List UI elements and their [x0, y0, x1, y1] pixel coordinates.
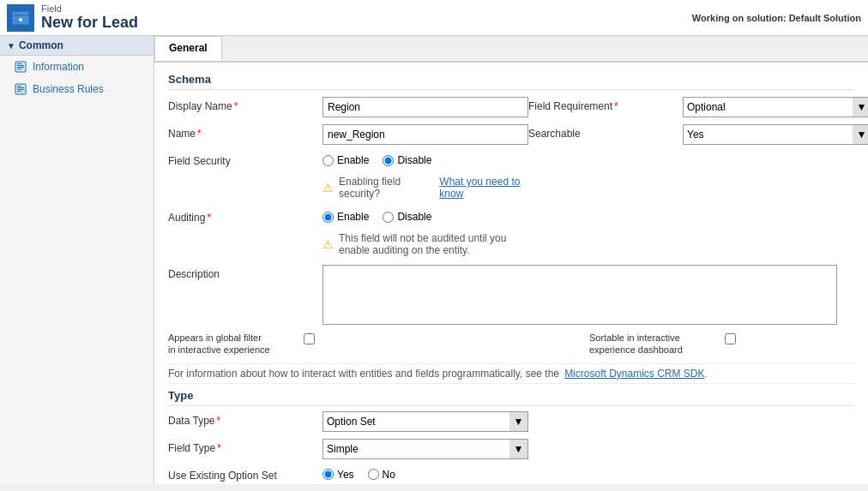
sortable-checkbox[interactable] [725, 333, 736, 344]
field-type-field: Simple Calculated Rollup ▼ [322, 439, 854, 459]
sortable-row: Sortable in interactiveexperience dashbo… [589, 332, 736, 356]
field-security-enable-label: Enable [337, 154, 369, 166]
name-row: Name* [168, 124, 528, 145]
schema-left-col: Display Name* Name* [168, 97, 528, 265]
auditing-warning-text: This field will not be audited until you… [339, 232, 528, 256]
searchable-field: Yes No ▼ [683, 124, 868, 145]
auditing-warning: ⚠ This field will not be audited until y… [322, 231, 528, 258]
svg-rect-5 [17, 63, 21, 64]
field-icon [7, 4, 34, 32]
svg-rect-8 [17, 69, 21, 69]
use-existing-row: Use Existing Option Set Yes No [168, 466, 854, 482]
sortable-label: Sortable in interactiveexperience dashbo… [589, 332, 718, 356]
appears-global-filter-row: Appears in global filterin interactive e… [168, 332, 315, 356]
svg-rect-11 [17, 87, 24, 88]
field-requirement-label: Field Requirement* [528, 97, 683, 112]
auditing-enable-option: Enable [322, 211, 369, 223]
field-security-radio-group: Enable Disable [322, 152, 431, 166]
field-security-row: Field Security Enable Disable [168, 152, 528, 167]
use-existing-yes-label: Yes [337, 469, 354, 481]
auditing-row: Auditing* Enable Disable [168, 208, 528, 224]
data-type-label: Data Type* [168, 411, 322, 427]
business-rules-label: Business Rules [33, 83, 104, 95]
schema-right-col: Field Requirement* Optional Business Req… [528, 97, 868, 265]
header-title: Field New for Lead [41, 3, 138, 32]
description-field [322, 265, 854, 325]
header-subtitle: Field [41, 3, 138, 14]
field-security-disable-label: Disable [397, 154, 431, 166]
main-content: General Schema Display Name* [154, 36, 868, 484]
display-name-row: Display Name* [168, 97, 528, 117]
use-existing-no-radio[interactable] [368, 469, 379, 480]
header-left: Field New for Lead [7, 3, 138, 32]
sidebar-item-information[interactable]: Information [0, 56, 154, 78]
sdk-link[interactable]: Microsoft Dynamics CRM SDK [564, 368, 704, 380]
field-requirement-row: Field Requirement* Optional Business Req… [528, 97, 868, 117]
use-existing-yes-option: Yes [322, 469, 354, 481]
field-requirement-select[interactable]: Optional Business Required Business Reco… [683, 97, 868, 117]
field-type-select[interactable]: Simple Calculated Rollup [322, 439, 528, 459]
tab-general[interactable]: General [154, 36, 222, 61]
data-type-row: Data Type* Option Set Text Number Date ▼ [168, 411, 854, 432]
display-name-field [322, 97, 528, 117]
auditing-warning-icon: ⚠ [322, 237, 334, 251]
use-existing-label: Use Existing Option Set [168, 466, 322, 482]
auditing-disable-radio[interactable] [383, 212, 394, 223]
searchable-row: Searchable Yes No ▼ [528, 124, 868, 145]
sdk-row: For information about how to interact wi… [168, 363, 854, 384]
sdk-text: For information about how to interact wi… [168, 368, 559, 380]
display-name-input[interactable] [322, 97, 528, 117]
page-title: New for Lead [41, 14, 138, 32]
warning-link[interactable]: What you need to know [439, 176, 528, 200]
sidebar-group-common: ▼ Common Information Business Rules [0, 36, 154, 100]
tab-bar: General [154, 36, 868, 63]
data-type-select[interactable]: Option Set Text Number Date [322, 411, 528, 432]
auditing-disable-label: Disable [397, 211, 431, 223]
searchable-dropdown: Yes No ▼ [683, 124, 868, 145]
sidebar: ▼ Common Information Business Rules [0, 36, 154, 484]
field-security-disable-radio[interactable] [383, 155, 394, 166]
name-field [322, 124, 528, 145]
working-on-label: Working on solution: Default Solution [692, 13, 861, 23]
field-security-label: Field Security [168, 152, 322, 167]
auditing-warning-row: ⚠ This field will not be audited until y… [168, 231, 528, 258]
appears-global-filter-checkbox[interactable] [304, 333, 315, 344]
svg-rect-7 [17, 67, 24, 68]
information-label: Information [33, 61, 84, 73]
display-name-label: Display Name* [168, 97, 322, 112]
field-security-field: Enable Disable [322, 152, 528, 166]
auditing-enable-label: Enable [337, 211, 369, 223]
name-input[interactable] [322, 124, 528, 145]
use-existing-yes-radio[interactable] [322, 469, 334, 480]
sidebar-group-label: Common [19, 39, 63, 51]
auditing-label: Auditing* [168, 208, 322, 224]
field-type-label: Field Type* [168, 439, 322, 454]
svg-rect-6 [17, 65, 24, 66]
header: Field New for Lead Working on solution: … [0, 0, 868, 36]
description-textarea[interactable] [322, 265, 837, 325]
searchable-label: Searchable [528, 124, 683, 140]
form-content: Schema Display Name* [154, 63, 868, 484]
description-label: Description [168, 265, 322, 280]
sidebar-item-business-rules[interactable]: Business Rules [0, 78, 154, 100]
field-requirement-dropdown: Optional Business Required Business Reco… [683, 97, 868, 117]
searchable-select[interactable]: Yes No [683, 124, 868, 145]
field-security-enable-radio[interactable] [322, 155, 334, 166]
field-type-dropdown: Simple Calculated Rollup ▼ [322, 439, 528, 459]
sidebar-group-title[interactable]: ▼ Common [0, 36, 154, 56]
svg-rect-12 [17, 89, 24, 90]
schema-section-title: Schema [168, 73, 854, 90]
data-type-dropdown: Option Set Text Number Date ▼ [322, 411, 528, 432]
name-label: Name* [168, 124, 322, 140]
field-security-disable-option: Disable [383, 154, 431, 166]
auditing-enable-radio[interactable] [322, 212, 334, 223]
auditing-field: Enable Disable [322, 208, 528, 223]
main-layout: ▼ Common Information Business Rules Gene… [0, 36, 868, 484]
field-security-warning: ⚠ Enabling field security? What you need… [322, 174, 528, 201]
field-security-warning-row: ⚠ Enabling field security? What you need… [168, 174, 528, 201]
appears-global-filter-label: Appears in global filterin interactive e… [168, 332, 297, 356]
field-requirement-field: Optional Business Required Business Reco… [683, 97, 868, 117]
field-type-row: Field Type* Simple Calculated Rollup ▼ [168, 439, 854, 459]
description-row: Description [168, 265, 854, 325]
use-existing-field: Yes No [322, 466, 854, 481]
